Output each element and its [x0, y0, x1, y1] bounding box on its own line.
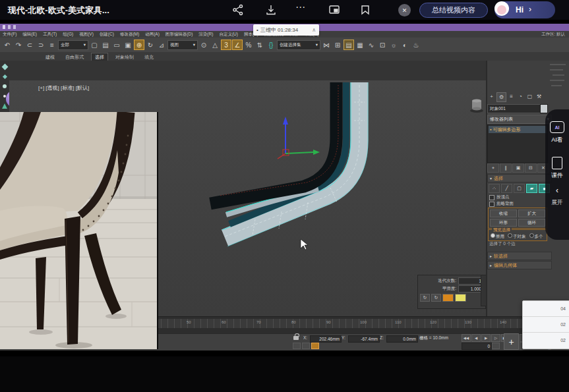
edit-named-sel-icon[interactable]: {}: [266, 40, 276, 50]
menu-rendering[interactable]: 渲染(R): [198, 32, 213, 38]
named-selection-dropdown[interactable]: 创建选择集▾: [277, 40, 320, 50]
offset-toggle-icon[interactable]: [302, 343, 310, 349]
dropdown-row[interactable]: 02: [523, 333, 569, 348]
time-config-icon[interactable]: [492, 343, 500, 349]
caddy-row1-value[interactable]: 1: [458, 277, 483, 285]
show-end-result-icon[interactable]: ∥: [500, 163, 512, 173]
border-mode-icon[interactable]: ▢: [514, 184, 525, 193]
courseware-icon[interactable]: [552, 157, 562, 169]
select-rotate-icon[interactable]: ↻: [145, 40, 156, 50]
preview-multi-radio[interactable]: 多个: [529, 233, 543, 240]
go-start-icon[interactable]: ◀◀: [462, 334, 471, 342]
align-icon[interactable]: ⊞: [332, 40, 343, 50]
symmetry-icon[interactable]: △: [210, 40, 220, 50]
selection-rollout-header[interactable]: ▾选择: [487, 174, 552, 182]
ai-view-icon[interactable]: AI: [550, 121, 564, 133]
hierarchy-tab-icon[interactable]: ≡: [507, 92, 516, 101]
edge-mode-icon[interactable]: ╱: [501, 184, 512, 193]
loop-button[interactable]: 循环: [518, 219, 545, 227]
soft-selection-rollout[interactable]: ▸软选择: [487, 252, 552, 260]
play-animation-icon[interactable]: ▶: [481, 334, 491, 342]
pip-window-icon[interactable]: [328, 4, 342, 16]
menu-customize[interactable]: 自定义(U): [219, 32, 238, 38]
utilities-tab-icon[interactable]: ⚒: [535, 92, 543, 101]
max-menu-icon[interactable]: [3, 25, 5, 29]
mini-player-icon[interactable]: [360, 4, 373, 16]
courseware-label[interactable]: 课件: [545, 171, 569, 180]
select-scale-icon[interactable]: ⊿: [156, 40, 167, 50]
grow-button[interactable]: 扩大: [518, 210, 545, 217]
ai-view-label[interactable]: AI看: [545, 136, 569, 144]
percent-snap-icon[interactable]: %: [243, 40, 254, 50]
viewport-label[interactable]: [+] [透视] [标准] [默认]: [38, 84, 89, 92]
max-save-icon[interactable]: [8, 25, 11, 29]
lock-selection-icon[interactable]: [293, 336, 299, 340]
mirror-icon[interactable]: ⋈: [321, 40, 332, 50]
expand-label[interactable]: 展开: [545, 199, 569, 207]
select-object-icon[interactable]: ▢: [89, 40, 100, 50]
z-coordinate-field[interactable]: 0.0mm: [386, 335, 418, 343]
ring-button[interactable]: 环形: [490, 219, 517, 227]
menu-create[interactable]: 创建(C): [100, 32, 114, 38]
preview-disable-radio[interactable]: 禁用: [491, 233, 504, 240]
use-pivot-icon[interactable]: ⊙: [198, 40, 209, 50]
caddy-orange-swatch[interactable]: [442, 294, 454, 302]
menu-modifiers[interactable]: 修改器(M): [120, 32, 139, 38]
selection-filter-dropdown[interactable]: 全部▾: [58, 40, 88, 50]
isolate-toggle-icon[interactable]: [293, 343, 301, 349]
summarize-video-button[interactable]: 总结视频内容: [419, 3, 488, 18]
modifier-list-dropdown[interactable]: 修改器列表▾: [487, 115, 552, 124]
caddy-overlay[interactable]: 迭代次数: 1 平滑度: 1.000 ↻ ↻: [417, 275, 486, 309]
next-frame-icon[interactable]: ▷: [491, 334, 500, 342]
schematic-view-icon[interactable]: ⊡: [377, 40, 388, 50]
caddy-ok-icon[interactable]: ↻: [431, 294, 441, 302]
layer-manager-icon[interactable]: ▤: [344, 40, 354, 50]
render-setup-icon[interactable]: ☼: [388, 40, 399, 50]
bulb-icon[interactable]: [3, 84, 7, 88]
dropdown-row[interactable]: 04: [523, 301, 569, 317]
angle-snap-icon[interactable]: ∠: [232, 40, 243, 50]
pin-stack-icon[interactable]: ⌖: [487, 163, 499, 173]
transform-gizmo[interactable]: [278, 117, 320, 159]
select-move-icon[interactable]: ⊕: [134, 40, 144, 50]
spinner-snap-icon[interactable]: ⇅: [255, 40, 265, 50]
rect-region-icon[interactable]: ▭: [111, 40, 122, 50]
chapter-tooltip[interactable]: • 三维中 01:28:34 ∧: [253, 24, 319, 36]
menu-animation[interactable]: 动画(A): [145, 32, 160, 38]
modifier-stack[interactable]: ▪可编辑多边形: [487, 125, 548, 163]
vertex-mode-icon[interactable]: ∴: [489, 184, 500, 193]
window-crossing-icon[interactable]: ▣: [123, 40, 133, 50]
ignore-backfacing-checkbox[interactable]: 忽略背面: [489, 201, 514, 207]
caddy-row2-value[interactable]: 1.000: [458, 285, 483, 293]
download-icon[interactable]: [265, 4, 278, 16]
select-link-icon[interactable]: ⊂: [24, 40, 35, 50]
undo-icon[interactable]: ↶: [2, 40, 13, 50]
assistant-button[interactable]: Hi ›: [494, 1, 555, 18]
set-key-icon[interactable]: [311, 343, 319, 349]
create-tab-icon[interactable]: +: [487, 92, 496, 101]
remove-modifier-icon[interactable]: ⊟: [525, 163, 537, 173]
x-coordinate-field[interactable]: 202.46mm: [310, 335, 342, 343]
curve-editor-icon[interactable]: ∿: [366, 40, 376, 50]
dropdown-row[interactable]: 02: [523, 317, 569, 333]
tree-icon[interactable]: [2, 103, 7, 109]
by-vertex-checkbox[interactable]: 按顶点: [489, 194, 510, 200]
stack-item-editable-poly[interactable]: ▪可编辑多边形: [489, 126, 547, 133]
close-icon[interactable]: ✕: [398, 4, 411, 16]
object-color-swatch[interactable]: [540, 104, 548, 113]
modify-tab-icon[interactable]: ⚙: [496, 92, 506, 102]
ribbon-toggle-icon[interactable]: ▦: [355, 40, 365, 50]
ref-coord-dropdown[interactable]: 视图▾: [167, 40, 198, 50]
sparkle-small-icon[interactable]: [2, 74, 7, 79]
menu-edit[interactable]: 编辑(E): [22, 32, 37, 38]
collapse-chevron-icon[interactable]: ‹: [545, 186, 569, 195]
caddy-apply-icon[interactable]: ↻: [420, 294, 430, 302]
bind-spacewarp-icon[interactable]: ≡: [47, 40, 57, 50]
menu-file[interactable]: 文件(F): [3, 32, 16, 38]
polygon-mode-icon[interactable]: ▰: [526, 184, 537, 193]
workspace-selector[interactable]: 工作区: 默认: [541, 32, 565, 38]
share-icon[interactable]: [232, 4, 245, 16]
snap-3d-icon[interactable]: 3: [221, 40, 231, 50]
more-icon[interactable]: ⋯: [295, 1, 305, 13]
make-unique-icon[interactable]: ▣: [512, 163, 524, 173]
